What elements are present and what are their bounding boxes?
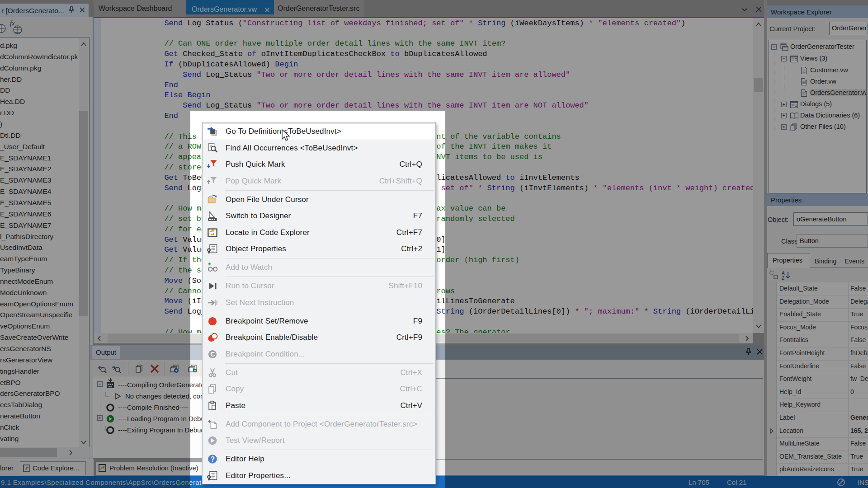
svg-text:C: C [210,351,215,358]
svg-text:?: ? [211,455,215,463]
